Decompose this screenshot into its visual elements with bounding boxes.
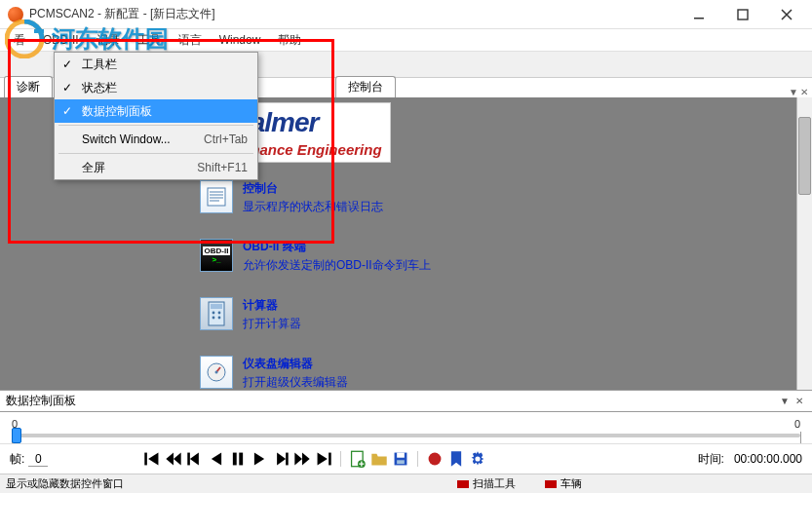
toolbar-button[interactable] (29, 54, 53, 75)
time-label: 时间: (698, 452, 724, 466)
scrollbar-thumb[interactable] (798, 117, 811, 195)
vertical-scrollbar[interactable] (796, 97, 812, 390)
svg-marker-19 (167, 453, 174, 466)
timeline-slider[interactable] (12, 434, 800, 437)
menu-separator (58, 125, 253, 126)
svg-rect-1 (738, 10, 748, 19)
link-title: OBD-II 终端 (243, 239, 431, 255)
svg-rect-36 (397, 453, 405, 458)
save-icon[interactable] (392, 450, 409, 468)
svg-marker-26 (254, 453, 264, 466)
panel-close-icon[interactable]: ✕ (793, 396, 806, 406)
menu-help[interactable]: 帮助 (270, 30, 309, 51)
panel-close-icon[interactable]: ✕ (800, 87, 808, 97)
svg-rect-4 (208, 188, 225, 206)
tab-console[interactable]: 控制台 (335, 76, 396, 97)
pause-icon[interactable] (229, 450, 247, 468)
svg-point-39 (476, 456, 481, 461)
minimize-button[interactable] (677, 1, 720, 28)
link-calculator[interactable]: 计算器 打开计算器 (200, 297, 431, 332)
tab-diagnostics[interactable]: 诊断 (4, 76, 53, 97)
skip-start-icon[interactable] (143, 450, 161, 468)
menu-tools[interactable]: 工具 (130, 30, 169, 51)
menu-item-toolbar[interactable]: ✓ 工具栏 (55, 53, 257, 76)
record-icon[interactable] (426, 450, 444, 468)
data-panel-header: 数据控制面板 ▼ ✕ (0, 390, 812, 412)
window-titlebar: PCMSCAN2 - 新配置 - [新日志文件] (0, 0, 812, 29)
svg-point-12 (218, 312, 221, 315)
playback-controls: 帧: 0 时间: 00:00:00.000 (0, 443, 812, 474)
status-hint: 显示或隐藏数据控件窗口 (6, 476, 124, 491)
svg-marker-29 (295, 453, 303, 466)
frame-label: 帧: (10, 451, 24, 468)
svg-point-11 (213, 312, 215, 315)
maximize-button[interactable] (720, 1, 764, 28)
panel-dropdown-icon[interactable]: ▼ (777, 396, 793, 406)
settings-icon[interactable] (469, 450, 486, 468)
bookmark-icon[interactable] (447, 450, 465, 468)
fast-forward-icon[interactable] (293, 450, 311, 468)
status-vehicle: 车辆 (545, 476, 582, 491)
play-icon[interactable] (251, 450, 268, 468)
link-dashboard-editor[interactable]: 仪表盘编辑器 打开超级仪表编辑器 (200, 356, 431, 390)
svg-marker-20 (174, 453, 181, 466)
check-icon: ✓ (62, 81, 72, 95)
calculator-icon (200, 297, 233, 330)
step-forward-icon[interactable] (272, 450, 290, 468)
menu-language[interactable]: 语言 (171, 30, 210, 51)
dashboard-icon (200, 356, 233, 389)
svg-marker-31 (318, 453, 328, 466)
menu-window[interactable]: Window (212, 31, 269, 49)
rewind-icon[interactable] (165, 450, 182, 468)
check-icon: ✓ (62, 57, 72, 71)
link-obd-terminal[interactable]: OBD-II>_ OBD-II 终端 允许你发送定制的OBD-II命令到车上 (200, 239, 431, 274)
menu-item-data-panel[interactable]: ✓ 数据控制面板 (55, 99, 257, 123)
svg-rect-37 (397, 460, 405, 464)
open-file-icon[interactable] (370, 450, 388, 468)
svg-point-13 (213, 317, 215, 320)
frame-value: 0 (28, 452, 48, 467)
status-indicator-icon (545, 480, 557, 488)
data-panel-title: 数据控制面板 (6, 393, 76, 409)
check-icon: ✓ (62, 104, 72, 118)
link-console[interactable]: 控制台 显示程序的状态和错误日志 (200, 180, 431, 215)
quick-links: 控制台 显示程序的状态和错误日志 OBD-II>_ OBD-II 终端 允许你发… (200, 180, 431, 390)
menu-item-statusbar[interactable]: ✓ 状态栏 (55, 76, 257, 99)
svg-rect-32 (329, 453, 331, 466)
obd-icon: OBD-II>_ (200, 239, 233, 272)
close-button[interactable] (764, 1, 808, 28)
slider-thumb[interactable] (12, 428, 21, 443)
menu-obdii[interactable]: OBD-II (35, 31, 87, 49)
menu-separator (58, 153, 253, 154)
svg-point-38 (429, 453, 442, 466)
play-reverse-icon[interactable] (208, 450, 225, 468)
link-desc: 显示程序的状态和错误日志 (243, 199, 383, 215)
menu-item-fullscreen[interactable]: 全屏 Shift+F11 (55, 156, 257, 179)
window-dropdown-menu: ✓ 工具栏 ✓ 状态栏 ✓ 数据控制面板 Switch Window... Ct… (54, 52, 258, 180)
skip-end-icon[interactable] (315, 450, 332, 468)
step-back-icon[interactable] (186, 450, 204, 468)
svg-rect-24 (233, 453, 237, 466)
link-desc: 打开计算器 (243, 316, 301, 332)
menu-record[interactable]: 记录 (89, 30, 128, 51)
new-file-icon[interactable] (349, 450, 367, 468)
time-value: 00:00:00.000 (734, 452, 802, 466)
menu-item-switch-window[interactable]: Switch Window... Ctrl+Tab (55, 128, 257, 151)
toolbar-button[interactable] (4, 54, 27, 75)
link-desc: 允许你发送定制的OBD-II命令到车上 (243, 257, 431, 274)
svg-rect-25 (240, 453, 244, 466)
svg-rect-10 (211, 304, 222, 309)
shortcut-label: Ctrl+Tab (204, 133, 248, 146)
panel-dropdown-icon[interactable]: ▼ (789, 87, 798, 97)
console-icon (200, 180, 233, 213)
svg-marker-18 (148, 453, 158, 466)
status-indicator-icon (457, 480, 469, 488)
svg-rect-17 (145, 453, 148, 466)
svg-rect-22 (188, 453, 191, 466)
svg-marker-30 (302, 453, 310, 466)
link-title: 控制台 (243, 180, 383, 197)
menu-view[interactable]: 看 (6, 30, 33, 51)
svg-point-14 (218, 317, 221, 320)
app-icon (8, 7, 23, 22)
status-scan-tool: 扫描工具 (457, 476, 516, 491)
